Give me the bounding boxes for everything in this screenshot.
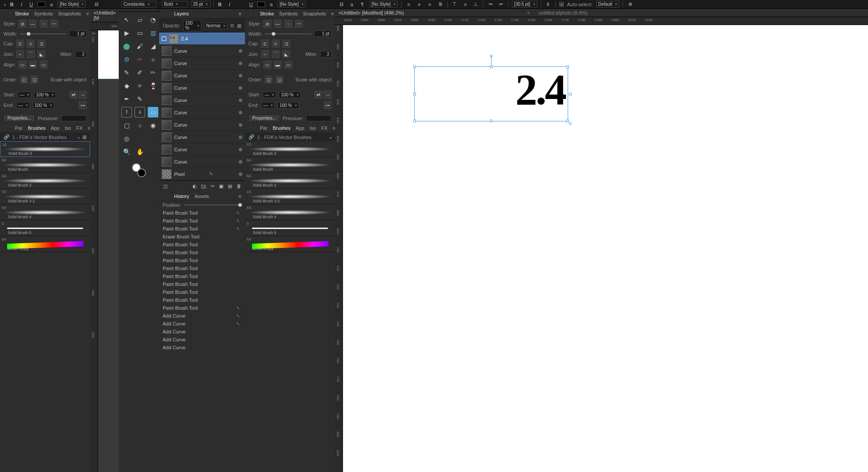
history-item[interactable]: Add Curve ↖ (159, 320, 245, 328)
spiral-tool[interactable]: ◉ (148, 120, 158, 131)
panel-menu-icon[interactable]: ≡ (239, 194, 241, 199)
history-item[interactable]: Paint Brush Tool ↖ (159, 209, 245, 217)
tab-history[interactable]: History (174, 194, 189, 199)
leading-select[interactable]: [30.5 pt] (512, 1, 537, 7)
align-top-icon[interactable]: ⊤ (451, 1, 458, 8)
join-miter-icon[interactable]: ⌐ (16, 50, 24, 58)
style-dash-icon[interactable]: ┄ (40, 20, 47, 28)
layer-row[interactable]: Curve (159, 131, 245, 143)
lock-icon[interactable]: ▦ (237, 23, 241, 29)
panel-menu-icon[interactable]: ≡ (331, 11, 334, 16)
arrow-end-icon[interactable]: → (79, 91, 87, 99)
miter-input[interactable] (75, 51, 87, 58)
brush-item[interactable]: 64 Solid Brush (0, 157, 90, 173)
brush-item[interactable]: 15 Solid Brush 3 2 (245, 189, 335, 205)
order-behind-icon[interactable]: ◱ (20, 76, 28, 84)
document-tab-inactive[interactable]: untitled.afphoto (8.9%) (539, 10, 587, 15)
font-family-select[interactable]: Constantia (121, 1, 157, 7)
visibility-dot[interactable] (239, 111, 242, 114)
order-behind-icon[interactable]: ◱ (265, 76, 273, 84)
history-item[interactable]: Paint Brush Tool (159, 256, 245, 264)
opacity-value[interactable]: 100 % (183, 20, 201, 31)
arrow-link-icon[interactable]: ⊶ (79, 101, 87, 109)
tab-app[interactable]: App (51, 125, 59, 131)
donut-tool[interactable]: ◎ (121, 133, 132, 144)
bold-icon[interactable]: B (8, 1, 15, 8)
join-round-icon[interactable]: ⌒ (272, 50, 280, 58)
join-round-icon[interactable]: ⌒ (27, 50, 35, 58)
autoselect-value[interactable]: Default (596, 1, 620, 7)
marquee-tool[interactable]: ▭ (135, 28, 145, 38)
tab-iso[interactable]: Iso (65, 125, 71, 131)
style-none-icon[interactable]: ⊘ (18, 20, 26, 28)
history-item[interactable]: Paint Brush Tool (159, 296, 245, 304)
brush-item[interactable]: 64 Brush Copy (245, 236, 335, 252)
history-item[interactable]: Erase Brush Tool (159, 233, 245, 241)
cap-round-icon[interactable]: ⊂ (27, 40, 35, 48)
font-weight-select[interactable]: Bold (162, 1, 188, 7)
brush-item[interactable]: 64 Solid Brush 2 (0, 173, 90, 189)
char-style-select[interactable]: [No Style] (58, 1, 86, 7)
style-dash-icon[interactable]: ┄ (284, 20, 292, 28)
pen-tool[interactable]: ✒ (121, 94, 132, 104)
brush-item[interactable]: 5 Solid Brush 5 (0, 220, 90, 236)
frame-text-tool[interactable]: T (121, 107, 132, 117)
burn-tool[interactable]: ✐ (135, 67, 145, 78)
arrow-start-select[interactable]: — (263, 91, 276, 98)
brush-item[interactable]: 5 Solid Brush 5 (245, 220, 335, 236)
italic-icon[interactable]: I (18, 1, 25, 8)
history-item[interactable]: Paint Brush Tool ↖ (159, 217, 245, 225)
align-center-stroke-icon[interactable]: ▭ (18, 61, 26, 69)
align-inside-icon[interactable]: ▬ (274, 61, 282, 69)
arrow-start-pct[interactable]: 100 % (279, 91, 300, 98)
style-brush-icon[interactable]: 〰 (295, 20, 303, 28)
para-a-icon[interactable]: a (348, 1, 355, 8)
visibility-dot[interactable] (239, 62, 242, 65)
pencil-tool[interactable]: ✎ (135, 94, 145, 104)
align-inside-icon[interactable]: ▬ (29, 61, 37, 69)
width-input[interactable] (69, 30, 87, 37)
brush-item[interactable]: 15 Solid Brush 3 2 (0, 189, 90, 205)
align-center-stroke-icon[interactable]: ▭ (263, 61, 271, 69)
arrow-end-icon[interactable]: → (324, 91, 332, 99)
history-item[interactable]: Paint Brush Tool (159, 272, 245, 280)
crop-layer-icon[interactable]: ✂ (209, 183, 216, 190)
gear-icon[interactable]: ⚙ (230, 23, 234, 29)
para-style-select[interactable]: [No Style] (369, 1, 398, 7)
arrow-end-select[interactable]: — (261, 102, 275, 109)
history-position-slider[interactable] (184, 205, 241, 205)
visibility-dot[interactable] (239, 86, 242, 90)
history-item[interactable]: Paint Brush Tool (159, 288, 245, 296)
tab-layers[interactable]: Layers (174, 11, 189, 16)
align-bottom-icon[interactable]: ⊥ (472, 1, 479, 8)
canvas-mini[interactable]: 330 px120140160180200220240260 (90, 22, 119, 472)
tab-symbols[interactable]: Symbols (34, 11, 53, 16)
color-swatch-icon[interactable] (37, 2, 45, 7)
layer-row[interactable]: Curve (159, 70, 245, 82)
cap-round-icon[interactable]: ⊂ (272, 40, 280, 48)
edit-icon[interactable]: ✎ (209, 171, 213, 177)
rectangle-tool[interactable]: ▢ (121, 120, 132, 131)
layer-row[interactable]: Curve (159, 82, 245, 94)
tab-snapshots-2[interactable]: Snapshots (303, 11, 326, 16)
arrow-end-select[interactable]: — (16, 102, 30, 109)
tab-symbols-2[interactable]: Symbols (279, 11, 298, 16)
crop-tool[interactable]: ▱ (135, 15, 145, 25)
chevron-down-icon[interactable] (328, 135, 332, 140)
sponge-tool[interactable]: ◆ (121, 80, 132, 91)
char-style-select-2[interactable]: [No Style] (277, 1, 306, 7)
history-item[interactable]: Add Curve (159, 344, 245, 351)
art-text-tool[interactable]: A (135, 107, 145, 117)
join-bevel-icon[interactable]: ◣ (282, 50, 290, 58)
font-size-select[interactable]: 25 pt (191, 1, 211, 7)
mask-icon[interactable]: ◫ (162, 183, 169, 190)
cap-butt-icon[interactable]: ⊏ (261, 40, 269, 48)
style-none-icon[interactable]: ⊘ (263, 20, 271, 28)
blend-mode-select[interactable]: Normal (204, 22, 227, 29)
align-outside-icon[interactable]: ▭ (40, 61, 47, 69)
underline-icon-3[interactable]: U (248, 1, 255, 8)
checkbox-icon[interactable] (162, 37, 166, 41)
paint-brush-tool[interactable]: 🖌 (135, 41, 145, 51)
zoom-tool[interactable]: 🔍 (121, 146, 132, 157)
tab-par[interactable]: Par (15, 125, 22, 131)
